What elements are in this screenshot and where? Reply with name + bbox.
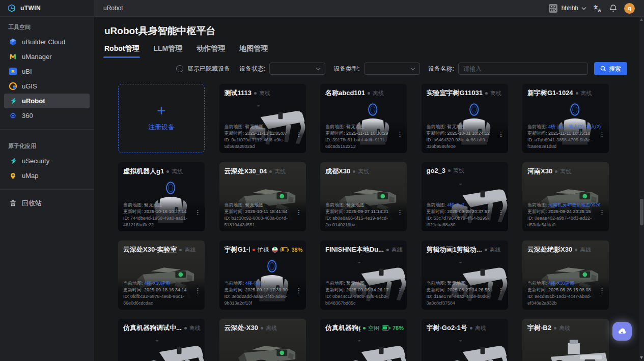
sidebar-item-usecurity[interactable]: uSecurity (4, 154, 90, 168)
show-hidden-checkbox[interactable] (176, 65, 183, 72)
bell-icon[interactable] (609, 4, 617, 12)
device-card[interactable]: 实验室宇树G11031离线当前地图: 暂无地图更新时间: 2025-10-31 … (422, 84, 508, 153)
tab-robot[interactable]: Robot管理 (104, 44, 139, 58)
more-menu-icon[interactable]: ⋮ (296, 210, 302, 215)
device-name-input[interactable] (458, 63, 588, 75)
more-menu-icon[interactable]: ⋮ (397, 288, 403, 293)
sidebar-item-ubi[interactable]: BuBI (4, 64, 90, 79)
more-menu-icon[interactable]: ⋮ (599, 288, 605, 293)
sidebar-item-umap[interactable]: uMap (4, 168, 90, 183)
id-value: 53c7d796-0b79-4f64-b299-f921cba88a80 (427, 216, 489, 227)
tab-map[interactable]: 地图管理 (239, 44, 268, 58)
map-label: 当前地图: (325, 124, 345, 129)
more-menu-icon[interactable]: ⋮ (498, 210, 505, 215)
ball-icon (272, 247, 278, 253)
brand[interactable]: uTWIN (0, 0, 94, 17)
id-value: 39178c61-babf-4dfb-917f-6dc8d5152213 (325, 137, 385, 149)
device-card[interactable]: 云深处-X30离线 (219, 319, 306, 361)
more-menu-icon[interactable]: ⋮ (498, 288, 505, 293)
tab-action[interactable]: 动作管理 (197, 44, 225, 58)
more-menu-icon[interactable]: ⋮ (599, 132, 605, 137)
sidebar-divider (0, 189, 94, 190)
status-dot-icon (353, 170, 355, 173)
scrollbar[interactable] (639, 17, 644, 361)
device-name: 名称abcd101 (325, 88, 365, 98)
device-status-select[interactable] (269, 63, 325, 75)
filter-bar: 展示已隐藏设备 设备状态: 设备类型: 设备名称: 搜索 (94, 62, 627, 75)
avatar[interactable]: q (624, 3, 635, 14)
device-card[interactable]: 宇树-B2离线 (522, 319, 609, 361)
translate-icon[interactable]: 文 A (594, 5, 602, 12)
device-meta: 当前地图: 4楼-X30建图更新时间: 2025-08-26 15:08:08I… (522, 278, 609, 310)
sidebar-item-recycle-bin[interactable]: 回收站 (4, 196, 90, 210)
device-card[interactable]: 测试1113离线当前地图: 暂无地图更新时间: 2025-11-13 11:05… (219, 84, 306, 153)
show-hidden-label[interactable]: 展示已隐藏设备 (187, 65, 230, 73)
sidebar-item-360[interactable]: 360 (4, 108, 90, 123)
battery-icon (382, 325, 390, 330)
register-device-card[interactable]: + 注册设备 (118, 84, 205, 153)
updated-value: 2025-10-16 10:27:14 (144, 209, 187, 214)
scrollbar-thumb[interactable] (640, 199, 643, 225)
more-menu-icon[interactable]: ⋮ (397, 132, 403, 137)
device-card[interactable]: 剪辑动画1剪辑动...离线当前地图: 暂无地图更新时间: 2025-08-27 … (422, 240, 508, 310)
device-card[interactable]: 河南X30离线当前地图: 河南机房4F更新地图0926更新时间: 2025-09… (522, 162, 609, 231)
device-card[interactable]: 宇树-Go2-1号离线 (422, 319, 508, 361)
search-button[interactable]: 搜索 (594, 62, 627, 75)
map-value[interactable]: 4楼-X30建图 (144, 281, 170, 286)
updated-label: 更新时间: (427, 209, 446, 214)
device-card[interactable]: 云深处X30_04离线当前地图: 暂无地图更新时间: 2025-10-11 18… (219, 162, 306, 231)
sidebar-item-urobot[interactable]: uRobot (4, 94, 90, 108)
more-menu-icon[interactable]: ⋮ (599, 210, 605, 215)
map-label: 当前地图: (123, 281, 143, 286)
more-menu-icon[interactable]: ⋮ (296, 132, 302, 137)
more-menu-icon[interactable]: ⋮ (296, 288, 302, 293)
id-label: ID: (225, 137, 231, 142)
sidebar-section-label: 工具空间 (0, 17, 94, 35)
scroll-up-arrow-icon[interactable] (640, 18, 643, 21)
device-card[interactable]: FINISHNE本地Du...离线当前地图: 暂无地图更新时间: 2025-09… (320, 240, 407, 310)
map-value[interactable]: 河南机房4F更新地图0926 (548, 202, 601, 207)
id-value: a7ab6941-3858-4705-9b3e-fca8e83e1d8d (527, 137, 592, 149)
more-menu-icon[interactable]: ⋮ (194, 210, 201, 215)
tab-llm[interactable]: LLM管理 (153, 44, 182, 58)
map-value[interactable]: 4楼-演示_导入(2)_导入(2) (548, 124, 601, 129)
more-menu-icon[interactable]: ⋮ (498, 132, 505, 137)
device-card[interactable]: 仿真机器狗调试中...离线 (118, 319, 205, 361)
device-card[interactable]: 仿真机器狗go2空闲76% (320, 319, 407, 361)
map-label: 当前地图: (325, 202, 345, 207)
more-menu-icon[interactable]: ⋮ (397, 210, 403, 215)
more-menu-icon[interactable]: ⋮ (194, 288, 201, 293)
updated-label: 更新时间: (427, 131, 446, 136)
recycle-bin-label: 回收站 (22, 199, 42, 208)
device-meta: 当前地图: 暂无地图更新时间: 2025-11-13 11:05:07ID: 9… (219, 121, 306, 153)
device-status: 离线 (391, 246, 403, 254)
updated-value: 2025-09-06 14:26:17 (346, 287, 389, 292)
device-card[interactable]: 云深处绝影X30离线当前地图: 4楼-X30建图更新时间: 2025-08-26… (522, 240, 609, 310)
id-label: ID: (123, 294, 129, 299)
device-grid: + 注册设备 测试1113离线当前地图: 暂无地图更新时间: 2025-11-1… (118, 84, 609, 361)
device-card[interactable]: 新宇树G1-1024离线当前地图: 4楼-演示_导入(2)_导入(2)更新时间:… (522, 84, 609, 153)
workspace-switcher[interactable]: hhhhh (549, 4, 586, 13)
sidebar-item-ubuilder-cloud[interactable]: uBuilder Cloud (4, 35, 90, 49)
device-card[interactable]: 成都X30离线当前地图: 暂无地图更新时间: 2025-09-27 11:14:… (320, 162, 407, 231)
map-value[interactable]: 4楼-演示 (245, 281, 263, 286)
device-card[interactable]: 虚拟机器人g1离线当前地图: 暂无地图更新时间: 2025-10-16 10:2… (118, 162, 205, 231)
device-status: 离线 (475, 324, 486, 332)
status-dot-icon (485, 92, 488, 95)
device-type-select[interactable] (364, 63, 420, 75)
device-card[interactable]: go2_3离线当前地图: 4楼-Go2更新时间: 2025-09-28 20:3… (422, 162, 508, 231)
map-value[interactable]: 4楼-X30建图 (548, 281, 574, 286)
device-card[interactable]: 名称abcd101离线当前地图: 暂无地图更新时间: 2025-11-11 10… (320, 84, 407, 153)
map-value[interactable]: 4楼-Go2 (447, 202, 465, 207)
id-value: 0fdfbca2-5978-4e6b-96c1-36e0d6cdcdac (123, 294, 184, 306)
sidebar-item-ugis[interactable]: uGIS (4, 79, 90, 94)
device-name: 测试1113 (225, 88, 252, 98)
sidebar-item-umanager[interactable]: uManager (4, 49, 90, 64)
scroll-down-arrow-icon[interactable] (640, 356, 643, 359)
cloud-upload-icon (617, 327, 627, 336)
cloud-upload-button[interactable] (612, 322, 632, 341)
device-card[interactable]: 宇树G1-四川忙碌38%当前地图: 4楼-演示更新时间: 2025-09-12 … (219, 240, 306, 310)
device-card[interactable]: 云深处X30-实验室离线当前地图: 4楼-X30建图更新时间: 2025-09-… (118, 240, 205, 310)
device-meta: 当前地图: 暂无地图更新时间: 2025-11-11 10:38:29ID: 3… (320, 121, 407, 153)
device-name: 实验室宇树G11031 (427, 88, 483, 98)
